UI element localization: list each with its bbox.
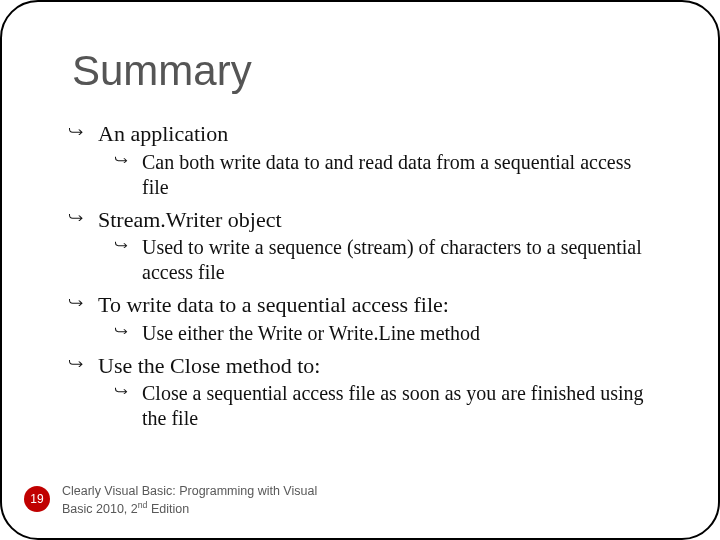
slide-frame: Summary An application Can both write da… <box>0 0 720 540</box>
page-number: 19 <box>30 492 43 506</box>
bullet-item: An application Can both write data to an… <box>72 120 658 200</box>
bullet-text: An application <box>98 121 228 146</box>
sub-bullet-text: Can both write data to and read data fro… <box>142 151 631 198</box>
sub-bullet-text: Use either the Write or Write.Line metho… <box>142 322 480 344</box>
sub-bullet-item: Can both write data to and read data fro… <box>118 150 658 200</box>
sub-bullet-text: Close a sequential access file as soon a… <box>142 382 644 429</box>
bullet-list: An application Can both write data to an… <box>72 120 658 431</box>
bullet-item: To write data to a sequential access fil… <box>72 291 658 346</box>
sub-bullet-list: Used to write a sequence (stream) of cha… <box>98 235 658 285</box>
footer-line2-pre: Basic 2010, 2 <box>62 502 138 516</box>
sub-bullet-item: Close a sequential access file as soon a… <box>118 381 658 431</box>
bullet-text: Stream.Writer object <box>98 207 282 232</box>
sub-bullet-item: Use either the Write or Write.Line metho… <box>118 321 658 346</box>
sub-bullet-list: Can both write data to and read data fro… <box>98 150 658 200</box>
sub-bullet-list: Close a sequential access file as soon a… <box>98 381 658 431</box>
page-number-badge: 19 <box>24 486 50 512</box>
bullet-text: Use the Close method to: <box>98 353 320 378</box>
bullet-text: To write data to a sequential access fil… <box>98 292 449 317</box>
bullet-item: Stream.Writer object Used to write a seq… <box>72 206 658 286</box>
footer: Clearly Visual Basic: Programming with V… <box>62 483 362 518</box>
sub-bullet-list: Use either the Write or Write.Line metho… <box>98 321 658 346</box>
sub-bullet-item: Used to write a sequence (stream) of cha… <box>118 235 658 285</box>
footer-line1: Clearly Visual Basic: Programming with V… <box>62 484 317 498</box>
bullet-item: Use the Close method to: Close a sequent… <box>72 352 658 432</box>
sub-bullet-text: Used to write a sequence (stream) of cha… <box>142 236 642 283</box>
footer-line2-post: Edition <box>147 502 189 516</box>
slide-title: Summary <box>72 47 658 95</box>
